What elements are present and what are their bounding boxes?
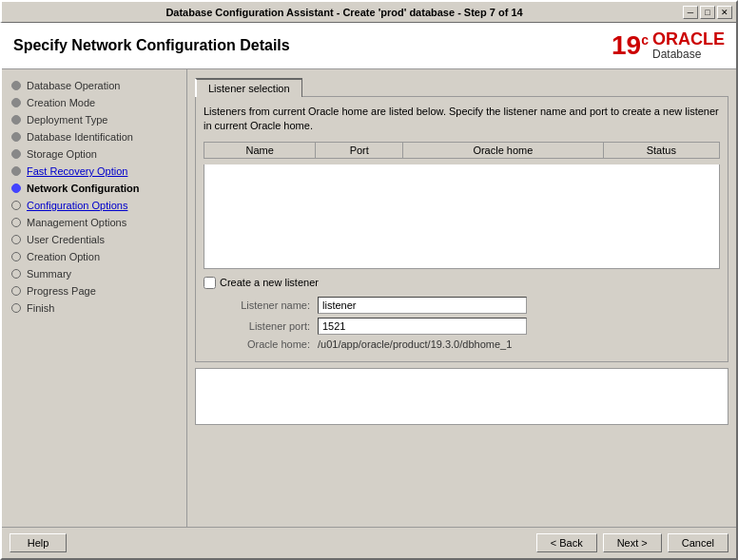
- sidebar-dot: [11, 303, 21, 313]
- create-listener-label[interactable]: Create a new listener: [220, 277, 319, 288]
- sidebar-dot: [11, 81, 21, 90]
- table-body: [204, 164, 720, 269]
- create-listener-checkbox[interactable]: [204, 277, 216, 289]
- sidebar-dot: [11, 183, 21, 193]
- main-window: Specify Network Configuration Details 19…: [0, 23, 738, 560]
- sidebar-dot: [11, 132, 21, 142]
- sidebar-dot: [11, 286, 21, 296]
- sidebar-dot: [11, 218, 21, 227]
- listener-port-label: Listener port:: [204, 320, 318, 332]
- page-title: Specify Network Configuration Details: [13, 37, 612, 54]
- listener-port-input[interactable]: [318, 318, 527, 335]
- close-button[interactable]: ✕: [717, 6, 732, 19]
- right-panel: Listener selection Listeners from curren…: [187, 69, 736, 527]
- sidebar-item-network-configuration: Network Configuration: [2, 180, 186, 197]
- header: Specify Network Configuration Details 19…: [2, 23, 736, 69]
- sidebar-item-storage-option: Storage Option: [2, 145, 186, 163]
- restore-button[interactable]: □: [700, 6, 715, 19]
- footer-right-buttons: < Back Next > Cancel: [536, 533, 728, 552]
- sidebar-dot: [11, 98, 21, 107]
- tab-bar: Listener selection: [195, 77, 728, 96]
- sidebar-item-creation-mode: Creation Mode: [2, 94, 186, 111]
- sidebar-item-deployment-type: Deployment Type: [2, 111, 186, 128]
- sidebar-dot: [11, 235, 21, 244]
- checkbox-row: Create a new listener: [204, 277, 720, 289]
- sidebar-dot: [11, 252, 21, 261]
- tab-listener-selection[interactable]: Listener selection: [195, 78, 302, 97]
- content-area: Database Operation Creation Mode Deploym…: [2, 69, 736, 527]
- sidebar-item-fast-recovery[interactable]: Fast Recovery Option: [2, 163, 186, 180]
- description-text: Listeners from current Oracle home are l…: [204, 105, 720, 134]
- oracle-home-value: /u01/app/oracle/product/19.3.0/dbhome_1: [318, 338, 512, 350]
- title-bar: Database Configuration Assistant - Creat…: [0, 0, 738, 23]
- col-status: Status: [603, 142, 719, 158]
- sidebar-dot: [11, 166, 21, 176]
- sidebar-dot: [11, 269, 21, 279]
- listener-port-row: Listener port:: [204, 318, 720, 335]
- help-button[interactable]: Help: [10, 533, 67, 552]
- window-title: Database Configuration Assistant - Creat…: [6, 7, 683, 18]
- sidebar-item-management-options: Management Options: [2, 214, 186, 231]
- window-controls: ─ □ ✕: [683, 6, 732, 19]
- col-name: Name: [204, 142, 316, 158]
- listener-name-input[interactable]: [318, 297, 527, 314]
- sidebar-item-summary: Summary: [2, 265, 186, 282]
- listener-name-label: Listener name:: [204, 299, 318, 311]
- listener-name-row: Listener name:: [204, 297, 720, 314]
- sidebar-item-user-credentials: User Credentials: [2, 231, 186, 248]
- col-oracle-home: Oracle home: [403, 142, 603, 158]
- tab-content: Listeners from current Oracle home are l…: [195, 96, 728, 362]
- oracle-home-label: Oracle home:: [204, 338, 318, 350]
- sidebar-item-database-identification: Database Identification: [2, 128, 186, 145]
- sidebar-item-creation-option: Creation Option: [2, 248, 186, 265]
- cancel-button[interactable]: Cancel: [668, 533, 728, 552]
- tab-panel: Listener selection Listeners from curren…: [195, 77, 728, 362]
- oracle-version: 19c: [612, 32, 649, 59]
- sidebar-item-configuration-options[interactable]: Configuration Options: [2, 197, 186, 214]
- sidebar-dot: [11, 201, 21, 210]
- sidebar: Database Operation Creation Mode Deploym…: [2, 69, 187, 527]
- listener-table: Name Port Oracle home Status: [204, 142, 720, 159]
- sidebar-item-progress-page: Progress Page: [2, 282, 186, 299]
- bottom-panel: [195, 368, 728, 425]
- minimize-button[interactable]: ─: [683, 6, 698, 19]
- sidebar-item-database-operation: Database Operation: [2, 77, 186, 94]
- oracle-brand: ORACLE Database: [652, 30, 725, 61]
- sidebar-dot: [11, 149, 21, 159]
- col-port: Port: [316, 142, 403, 158]
- oracle-logo: 19c ORACLE Database: [612, 30, 725, 61]
- back-button[interactable]: < Back: [536, 533, 597, 552]
- oracle-home-row: Oracle home: /u01/app/oracle/product/19.…: [204, 338, 720, 350]
- footer: Help < Back Next > Cancel: [2, 527, 736, 558]
- next-button[interactable]: Next >: [603, 533, 662, 552]
- sidebar-dot: [11, 115, 21, 125]
- sidebar-item-finish: Finish: [2, 299, 186, 317]
